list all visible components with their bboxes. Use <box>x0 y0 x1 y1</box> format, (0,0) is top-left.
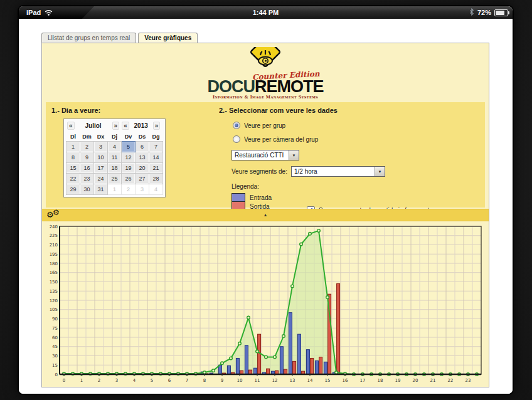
tab-bar: Llistat de grups en temps real Veure grà… <box>41 32 198 43</box>
svg-text:3: 3 <box>115 378 118 383</box>
svg-text:195: 195 <box>50 252 58 257</box>
svg-text:45: 45 <box>52 344 58 349</box>
weekday-header: Dx <box>94 132 108 142</box>
calendar-day[interactable]: 13 <box>136 152 149 163</box>
calendar-day[interactable]: 5 <box>122 142 136 152</box>
bluetooth-icon <box>469 7 474 18</box>
calendar-day[interactable]: 29 <box>66 184 80 195</box>
segments-label: Veure segments de: <box>231 168 287 175</box>
group-select[interactable]: Restauració CTTI ▼ <box>231 150 299 161</box>
calendar-day[interactable]: 21 <box>149 163 163 174</box>
group-select-value: Restauració CTTI <box>232 152 289 159</box>
legend-item: Entrada <box>231 194 489 203</box>
calendar-day[interactable]: 4 <box>149 184 163 195</box>
segments-select[interactable]: 1/2 hora ▼ <box>291 166 385 177</box>
calendar-day[interactable]: 3 <box>94 142 108 152</box>
legend-label: Entrada <box>250 194 272 201</box>
radio-group-label: Veure per grup <box>244 122 285 129</box>
calendar-day[interactable]: 19 <box>122 163 136 174</box>
calendar-day[interactable]: 15 <box>66 163 80 174</box>
logo-subtitle: Information & Image Management Systems <box>206 95 325 100</box>
svg-text:90: 90 <box>52 317 58 322</box>
calendar-day[interactable]: 11 <box>108 152 122 163</box>
calendar-day[interactable]: 24 <box>94 174 108 184</box>
chevron-down-icon[interactable]: ▼ <box>375 167 385 176</box>
controls-band: 1.- Dia a veure: « Juliol » « 2013 » DlD… <box>46 102 485 208</box>
svg-text:0: 0 <box>63 378 65 383</box>
radio-camera-label: Veure per càmera del grup <box>244 136 318 143</box>
svg-text:18: 18 <box>378 378 383 383</box>
chart-panel: 0153045607590105120135150165180195210225… <box>42 223 489 387</box>
calendar-day[interactable]: 14 <box>149 152 163 163</box>
clock: 1:44 PM <box>19 6 513 19</box>
svg-text:6: 6 <box>168 378 171 383</box>
calendar-day[interactable]: 16 <box>80 163 94 174</box>
calendar-day[interactable]: 8 <box>66 152 80 163</box>
weekday-header: Dm <box>80 132 94 142</box>
radio-veure-per-grup[interactable]: Veure per grup <box>233 122 489 129</box>
calendar-day[interactable]: 30 <box>80 184 94 195</box>
svg-text:8: 8 <box>203 378 206 383</box>
calendar-day[interactable]: 2 <box>122 184 136 195</box>
calendar-day[interactable]: 9 <box>80 152 94 163</box>
x-axis-labels: 01234567891011121314151617181920212223 <box>63 374 471 383</box>
svg-text:10: 10 <box>237 378 243 383</box>
radio-veure-per-camera[interactable]: Veure per càmera del grup <box>233 135 489 143</box>
battery-icon <box>494 9 508 16</box>
calendar-prev-month[interactable]: « <box>67 122 75 130</box>
section-day-title: 1.- Dia a veure: <box>51 107 100 114</box>
tab-llistat-grups[interactable]: Llistat de grups en temps real <box>41 33 136 43</box>
weekday-header: Dv <box>122 132 136 142</box>
calendar-day[interactable]: 7 <box>149 142 163 152</box>
calendar-day[interactable]: 10 <box>94 152 108 163</box>
calendar-day[interactable]: 28 <box>149 174 163 184</box>
calendar-next-year[interactable]: » <box>153 122 161 130</box>
calendar-prev-year[interactable]: « <box>122 122 129 130</box>
weekday-header: Dl <box>66 132 80 142</box>
weekday-header: Dg <box>149 132 163 142</box>
calendar-day[interactable]: 31 <box>94 184 108 195</box>
svg-text:11: 11 <box>255 378 260 383</box>
radio-button-checked-icon[interactable] <box>233 122 240 129</box>
svg-text:15: 15 <box>52 363 58 368</box>
chart-toolbar: ⚙ ⚙ ▴ <box>42 209 489 221</box>
collapse-panel-icon[interactable]: ▴ <box>264 211 267 219</box>
calendar-day[interactable]: 26 <box>122 174 136 184</box>
calendar-day[interactable]: 1 <box>66 142 80 152</box>
occupancy-chart: 0153045607590105120135150165180195210225… <box>43 224 486 386</box>
svg-text:2: 2 <box>98 378 100 383</box>
calendar-day[interactable]: 2 <box>80 142 94 152</box>
ipad-screen: iPad 1:44 PM 72% Llist <box>19 6 513 394</box>
svg-text:240: 240 <box>50 224 58 229</box>
chevron-down-icon[interactable]: ▼ <box>289 150 299 160</box>
calendar-day[interactable]: 20 <box>136 163 149 174</box>
calendar-day[interactable]: 4 <box>108 142 122 152</box>
svg-text:165: 165 <box>50 270 58 275</box>
calendar-day[interactable]: 25 <box>108 174 122 184</box>
calendar-day[interactable]: 18 <box>108 163 122 174</box>
calendar-next-month[interactable]: » <box>112 122 120 130</box>
svg-text:1: 1 <box>80 378 83 383</box>
legend-title: Llegenda: <box>231 183 489 190</box>
svg-text:22: 22 <box>448 378 454 383</box>
calendar-day[interactable]: 1 <box>108 184 122 195</box>
calendar-day[interactable]: 12 <box>122 152 136 163</box>
calendar-day[interactable]: 17 <box>94 163 108 174</box>
svg-text:0: 0 <box>55 372 58 377</box>
calendar-day[interactable]: 27 <box>136 174 149 184</box>
svg-text:180: 180 <box>50 261 58 266</box>
calendar-year-label: 2013 <box>132 122 151 129</box>
svg-text:21: 21 <box>430 378 436 383</box>
gear-icon[interactable]: ⚙ <box>53 208 60 217</box>
radio-button-icon[interactable] <box>233 135 240 143</box>
svg-text:23: 23 <box>466 378 471 383</box>
y-axis-labels: 0153045607590105120135150165180195210225… <box>50 224 58 377</box>
calendar-day[interactable]: 6 <box>136 142 149 152</box>
calendar-day[interactable]: 23 <box>80 174 94 184</box>
svg-text:60: 60 <box>52 335 58 340</box>
calendar-day[interactable]: 22 <box>66 174 80 184</box>
svg-text:105: 105 <box>50 307 58 312</box>
calendar-day[interactable]: 3 <box>136 184 149 195</box>
section-day: 1.- Dia a veure: <box>51 107 100 114</box>
svg-text:210: 210 <box>50 243 58 248</box>
